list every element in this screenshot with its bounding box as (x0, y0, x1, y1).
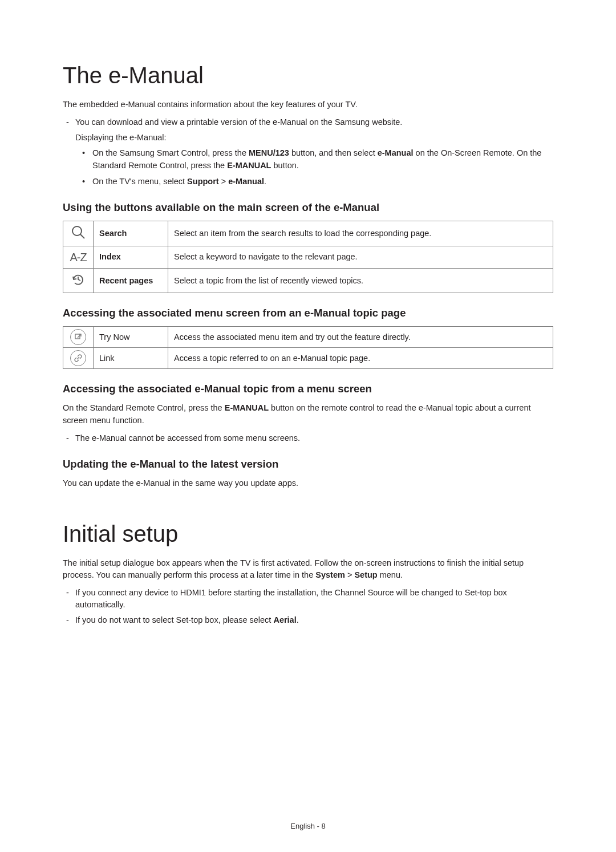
cell-icon (63, 221, 94, 246)
cell-desc: Select an item from the search results t… (168, 221, 553, 246)
index-az-icon: A-Z (70, 249, 87, 266)
heading-update: Updating the e-Manual to the latest vers… (63, 458, 553, 470)
cell-label: Search (94, 221, 168, 246)
svg-line-1 (80, 234, 84, 238)
cell-icon (63, 326, 94, 347)
cell-icon (63, 268, 94, 293)
heading-emanual: The e-Manual (63, 63, 553, 88)
download-note-text: You can download and view a printable ve… (75, 117, 402, 127)
cell-label: Recent pages (94, 268, 168, 293)
cell-desc: Select a keyword to navigate to the rele… (168, 246, 553, 268)
recent-icon (70, 271, 87, 288)
heading-associated-menu: Accessing the associated menu screen fro… (63, 307, 553, 319)
from-menu-para: On the Standard Remote Control, press th… (63, 402, 553, 426)
cell-label: Try Now (94, 326, 168, 347)
page: The e-Manual The embedded e-Manual conta… (0, 0, 616, 852)
search-icon (70, 224, 87, 241)
cell-desc: Access the associated menu item and try … (168, 326, 553, 347)
list-item: On the TV's menu, select Support > e-Man… (92, 176, 553, 188)
heading-initial-setup: Initial setup (63, 521, 553, 547)
intro-text: The embedded e-Manual contains informati… (63, 99, 553, 111)
cell-icon: A-Z (63, 246, 94, 268)
link-icon (70, 350, 86, 366)
cell-icon (63, 348, 94, 369)
table-row: A-Z Index Select a keyword to navigate t… (63, 246, 553, 268)
page-footer: English - 8 (0, 822, 616, 830)
from-menu-note: The e-Manual cannot be accessed from som… (63, 432, 553, 444)
svg-line-3 (78, 334, 81, 338)
table-associated-menu: Try Now Access the associated menu item … (63, 326, 553, 370)
table-row: Try Now Access the associated menu item … (63, 326, 553, 347)
update-para: You can update the e-Manual in the same … (63, 477, 553, 489)
table-row: Link Access a topic referred to on an e-… (63, 348, 553, 369)
download-note: You can download and view a printable ve… (63, 116, 553, 128)
displaying-list: On the Samsung Smart Control, press the … (63, 147, 553, 188)
heading-from-menu: Accessing the associated e-Manual topic … (63, 383, 553, 395)
initial-note-2: If you do not want to select Set-top box… (63, 614, 553, 626)
cell-desc: Access a topic referred to on an e-Manua… (168, 348, 553, 369)
list-item: On the Samsung Smart Control, press the … (92, 147, 553, 172)
table-main-buttons: Search Select an item from the search re… (63, 221, 553, 293)
initial-note-1: If you connect any device to HDMI1 befor… (63, 587, 553, 611)
svg-point-0 (72, 226, 82, 236)
initial-para: The initial setup dialogue box appears w… (63, 557, 553, 581)
cell-label: Link (94, 348, 168, 369)
cell-label: Index (94, 246, 168, 268)
heading-main-buttons: Using the buttons available on the main … (63, 201, 553, 214)
try-now-icon (70, 329, 86, 345)
table-row: Recent pages Select a topic from the lis… (63, 268, 553, 293)
cell-desc: Select a topic from the list of recently… (168, 268, 553, 293)
displaying-label: Displaying the e-Manual: (63, 132, 553, 144)
table-row: Search Select an item from the search re… (63, 221, 553, 246)
